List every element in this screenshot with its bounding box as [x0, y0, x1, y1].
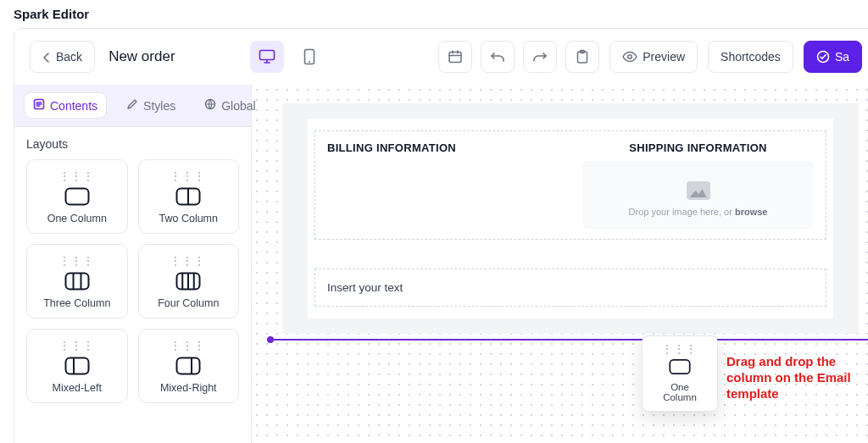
tab-contents-label: Contents — [50, 99, 97, 113]
drag-ghost: ⋮⋮⋮ One Column — [642, 335, 718, 412]
shortcodes-button[interactable]: Shortcodes — [708, 41, 793, 73]
contents-icon — [33, 98, 45, 113]
layout-mixed-left[interactable]: ⋮⋮⋮ Mixed-Left — [26, 329, 128, 403]
styles-icon — [126, 98, 138, 113]
text-block[interactable]: Insert your text — [315, 269, 826, 306]
tab-styles-label: Styles — [143, 99, 175, 113]
save-label: Sa — [835, 50, 849, 64]
layout-four-column[interactable]: ⋮⋮⋮ Four Column — [138, 244, 240, 318]
tab-global-label: Global — [221, 99, 255, 113]
one-column-icon — [669, 358, 691, 375]
layout-three-column[interactable]: ⋮⋮⋮ Three Column — [26, 244, 128, 318]
svg-rect-0 — [260, 51, 275, 60]
back-label: Back — [56, 50, 82, 64]
clipboard-button[interactable] — [565, 41, 599, 73]
history-group — [438, 41, 599, 73]
email-outer: BILLING INFORMATION SHIPPING INFORMATION… — [282, 103, 859, 334]
svg-rect-20 — [65, 358, 88, 374]
calendar-icon — [448, 49, 463, 64]
svg-point-6 — [628, 55, 632, 58]
billing-column[interactable]: BILLING INFORMATION — [315, 131, 570, 239]
tab-styles[interactable]: Styles — [118, 93, 184, 118]
text-row[interactable]: Insert your text — [314, 269, 826, 307]
image-placeholder-icon — [687, 181, 710, 200]
svg-rect-24 — [670, 360, 689, 374]
sidebar-tabs: Contents Styles Global — [14, 85, 251, 127]
instruction-text: Drag and drop the column on the Email te… — [726, 354, 868, 401]
chevron-left-icon — [42, 53, 51, 63]
grip-icon: ⋮⋮⋮ — [34, 170, 120, 182]
redo-icon — [532, 51, 548, 63]
globe-icon — [204, 98, 216, 113]
grip-icon: ⋮⋮⋮ — [34, 255, 120, 267]
email-template[interactable]: BILLING INFORMATION SHIPPING INFORMATION… — [308, 119, 833, 318]
layout-label: Mixed-Right — [146, 382, 232, 394]
layouts-heading: Layouts — [26, 137, 239, 151]
preview-button[interactable]: Preview — [609, 41, 698, 73]
shipping-column[interactable]: SHIPPING INFORMATION Drop your image her… — [570, 131, 826, 239]
billing-heading: BILLING INFORMATION — [327, 141, 559, 154]
app-title: Spark Editor — [0, 0, 868, 25]
layout-label: Three Column — [34, 297, 120, 309]
desktop-icon — [259, 49, 275, 64]
four-column-icon — [175, 272, 201, 291]
mobile-icon — [303, 48, 315, 65]
two-column-icon — [175, 187, 201, 206]
svg-point-2 — [309, 61, 310, 63]
desktop-view-button[interactable] — [250, 41, 284, 73]
page-title: New order — [108, 48, 175, 65]
eye-icon — [622, 51, 637, 63]
save-button[interactable]: Sa — [804, 41, 862, 73]
editor-card: Back New order — [14, 28, 868, 443]
mixed-right-icon — [175, 357, 201, 375]
toolbar: Back New order — [14, 29, 868, 85]
mobile-view-button[interactable] — [292, 41, 326, 73]
info-row[interactable]: BILLING INFORMATION SHIPPING INFORMATION… — [314, 130, 826, 240]
sidebar-body: Layouts ⋮⋮⋮ One Column ⋮⋮⋮ — [14, 127, 251, 443]
image-dropzone[interactable]: Drop your image here, or browse — [582, 161, 814, 229]
preview-label: Preview — [643, 50, 685, 64]
layout-label: Two Column — [146, 213, 232, 224]
layout-label: Four Column — [146, 297, 232, 309]
grip-icon: ⋮⋮⋮ — [146, 255, 232, 267]
shortcodes-label: Shortcodes — [721, 50, 781, 64]
grip-icon: ⋮⋮⋮ — [146, 170, 232, 182]
layout-mixed-right[interactable]: ⋮⋮⋮ Mixed-Right — [138, 329, 240, 403]
image-drop-text: Drop your image here, or browse — [591, 207, 805, 217]
back-button[interactable]: Back — [30, 41, 95, 73]
drag-ghost-label: One Column — [653, 382, 707, 402]
layout-one-column[interactable]: ⋮⋮⋮ One Column — [26, 159, 128, 234]
calendar-button[interactable] — [438, 41, 472, 73]
svg-rect-22 — [177, 358, 200, 374]
layout-grid: ⋮⋮⋮ One Column ⋮⋮⋮ Two Column — [26, 159, 239, 403]
undo-icon — [490, 51, 505, 63]
undo-button[interactable] — [481, 41, 515, 73]
clipboard-icon — [576, 49, 589, 64]
three-column-icon — [64, 272, 90, 291]
one-column-icon — [64, 187, 90, 206]
sidebar: Contents Styles Global Layouts — [14, 85, 252, 443]
grip-icon: ⋮⋮⋮ — [653, 343, 707, 355]
workspace: Contents Styles Global Layouts — [14, 85, 868, 443]
layout-two-column[interactable]: ⋮⋮⋮ Two Column — [138, 159, 240, 234]
grip-icon: ⋮⋮⋮ — [34, 340, 120, 352]
layout-label: Mixed-Left — [34, 382, 120, 394]
svg-rect-10 — [65, 189, 88, 205]
browse-link[interactable]: browse — [735, 207, 768, 217]
shipping-heading: SHIPPING INFORMATION — [582, 141, 814, 154]
svg-rect-13 — [65, 274, 88, 290]
svg-rect-3 — [449, 53, 461, 63]
redo-button[interactable] — [523, 41, 557, 73]
check-circle-icon — [816, 50, 830, 64]
mixed-left-icon — [64, 357, 90, 375]
canvas[interactable]: BILLING INFORMATION SHIPPING INFORMATION… — [252, 85, 868, 443]
layout-label: One Column — [34, 213, 120, 224]
drop-indicator-line — [269, 339, 868, 341]
device-switch — [250, 41, 326, 73]
tab-contents[interactable]: Contents — [25, 93, 106, 118]
grip-icon: ⋮⋮⋮ — [146, 340, 232, 352]
